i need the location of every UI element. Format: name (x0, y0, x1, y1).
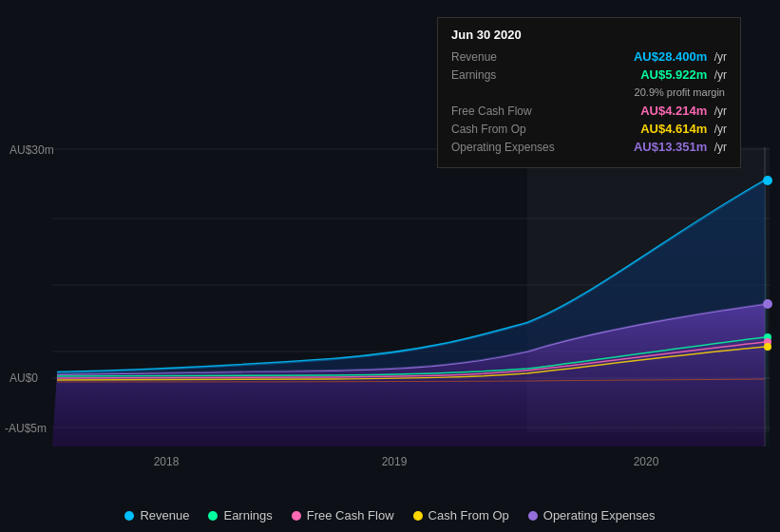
legend: Revenue Earnings Free Cash Flow Cash Fro… (0, 508, 780, 522)
legend-label-opex: Operating Expenses (543, 508, 656, 522)
svg-text:-AU$5m: -AU$5m (5, 422, 47, 435)
svg-point-13 (764, 343, 771, 351)
legend-label-earnings: Earnings (223, 508, 272, 522)
tooltip-row-fcf: Free Cash Flow AU$4.214m /yr (451, 104, 727, 118)
svg-text:AU$30m: AU$30m (10, 143, 54, 157)
tooltip-label-revenue: Revenue (451, 50, 565, 64)
legend-item-opex[interactable]: Operating Expenses (528, 508, 656, 522)
tooltip-row-revenue: Revenue AU$28.400m /yr (451, 49, 727, 64)
tooltip-value-earnings: AU$5.922m (640, 67, 707, 82)
svg-point-10 (763, 299, 772, 309)
legend-dot-cfo (413, 511, 423, 521)
tooltip-row-cfo: Cash From Op AU$4.614m /yr (451, 122, 727, 136)
svg-text:2018: 2018 (154, 455, 180, 468)
legend-item-fcf[interactable]: Free Cash Flow (292, 508, 394, 522)
tooltip-value-revenue: AU$28.400m (634, 49, 707, 64)
svg-text:2019: 2019 (382, 455, 408, 468)
tooltip-value-fcf: AU$4.214m (640, 104, 707, 118)
tooltip-label-cfo: Cash From Op (451, 123, 565, 136)
tooltip-value-cfo: AU$4.614m (640, 122, 707, 136)
chart-container: AU$0 AU$30m -AU$5m 2018 2019 2020 Jun 30… (0, 0, 780, 532)
legend-label-fcf: Free Cash Flow (307, 508, 394, 522)
legend-item-cfo[interactable]: Cash From Op (413, 508, 509, 522)
legend-label-cfo: Cash From Op (428, 508, 509, 522)
svg-text:2020: 2020 (634, 455, 659, 468)
tooltip-label-opex: Operating Expenses (451, 141, 565, 154)
tooltip: Jun 30 2020 Revenue AU$28.400m /yr Earni… (437, 17, 741, 168)
tooltip-label-fcf: Free Cash Flow (451, 104, 565, 118)
legend-dot-earnings (208, 511, 218, 521)
svg-point-9 (763, 176, 772, 185)
tooltip-value-opex: AU$13.351m (634, 140, 707, 154)
legend-item-revenue[interactable]: Revenue (124, 508, 189, 522)
tooltip-row-opex: Operating Expenses AU$13.351m /yr (451, 140, 727, 154)
legend-item-earnings[interactable]: Earnings (208, 508, 272, 522)
legend-dot-fcf (292, 511, 301, 521)
legend-dot-opex (528, 511, 538, 521)
legend-label-revenue: Revenue (140, 508, 189, 522)
tooltip-label-earnings: Earnings (451, 68, 565, 82)
legend-dot-revenue (124, 511, 134, 521)
tooltip-title: Jun 30 2020 (451, 28, 727, 42)
svg-text:AU$0: AU$0 (10, 371, 38, 385)
tooltip-row-earnings: Earnings AU$5.922m /yr (451, 67, 727, 82)
profit-margin-label: 20.9% profit margin (635, 86, 725, 98)
